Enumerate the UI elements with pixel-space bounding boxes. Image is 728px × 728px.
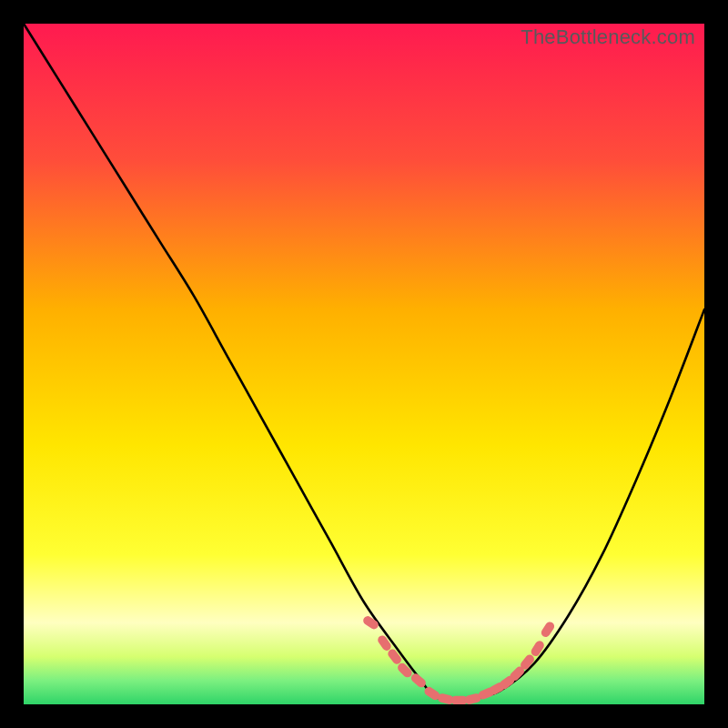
- optimal-marker: [376, 634, 392, 652]
- optimal-marker: [396, 662, 414, 680]
- optimal-markers: [361, 614, 556, 704]
- optimal-marker: [361, 614, 379, 631]
- plot-area: TheBottleneck.com: [24, 24, 704, 704]
- chart-stage: TheBottleneck.com: [0, 0, 728, 728]
- watermark-text: TheBottleneck.com: [521, 25, 695, 49]
- optimal-marker: [540, 621, 556, 639]
- optimal-marker: [530, 639, 546, 657]
- chart-svg: [24, 24, 704, 704]
- optimal-marker: [386, 648, 403, 666]
- bottleneck-curve: [24, 24, 704, 702]
